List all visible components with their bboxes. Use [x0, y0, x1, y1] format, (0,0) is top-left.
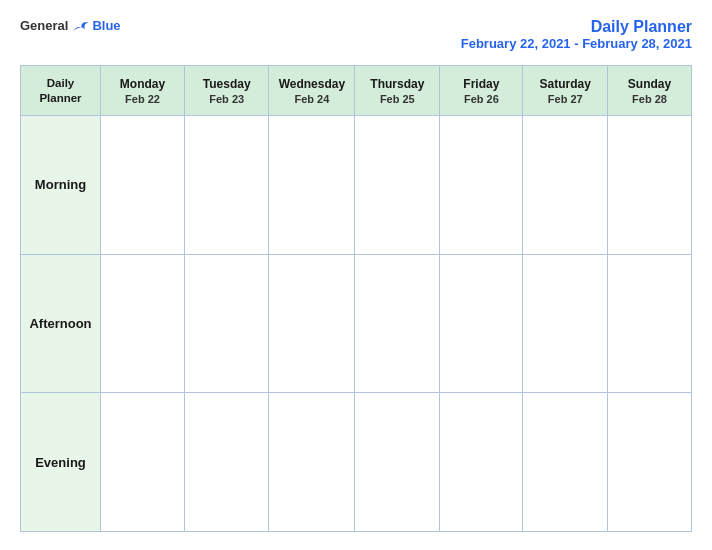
cell-morning-friday[interactable] — [440, 116, 523, 255]
title-area: Daily Planner February 22, 2021 - Februa… — [461, 18, 692, 51]
col-header-saturday: Saturday Feb 27 — [523, 66, 608, 116]
cell-afternoon-sunday[interactable] — [608, 254, 692, 393]
table-row-afternoon: Afternoon — [21, 254, 692, 393]
header-label-line2: Planner — [39, 92, 81, 104]
cell-morning-thursday[interactable] — [355, 116, 440, 255]
col-day-sunday: Sunday — [608, 77, 691, 91]
cell-morning-tuesday[interactable] — [185, 116, 269, 255]
col-day-friday: Friday — [440, 77, 522, 91]
cell-afternoon-thursday[interactable] — [355, 254, 440, 393]
col-header-friday: Friday Feb 26 — [440, 66, 523, 116]
header: General Blue Daily Planner February 22, … — [20, 18, 692, 51]
logo-general-text: General — [20, 18, 68, 33]
page-title: Daily Planner — [461, 18, 692, 36]
cell-evening-saturday[interactable] — [523, 393, 608, 532]
table-corner-header: Daily Planner — [21, 66, 101, 116]
calendar-table: Daily Planner Monday Feb 22 Tuesday Feb … — [20, 65, 692, 532]
col-header-thursday: Thursday Feb 25 — [355, 66, 440, 116]
logo-bird-icon — [72, 19, 90, 33]
cell-evening-thursday[interactable] — [355, 393, 440, 532]
row-label-afternoon: Afternoon — [21, 254, 101, 393]
col-date-thursday: Feb 25 — [355, 93, 439, 105]
date-range: February 22, 2021 - February 28, 2021 — [461, 36, 692, 51]
col-date-monday: Feb 22 — [101, 93, 184, 105]
col-date-saturday: Feb 27 — [523, 93, 607, 105]
col-day-thursday: Thursday — [355, 77, 439, 91]
col-header-sunday: Sunday Feb 28 — [608, 66, 692, 116]
logo-area: General Blue — [20, 18, 121, 33]
cell-afternoon-wednesday[interactable] — [269, 254, 355, 393]
row-label-evening: Evening — [21, 393, 101, 532]
col-header-monday: Monday Feb 22 — [101, 66, 185, 116]
cell-evening-friday[interactable] — [440, 393, 523, 532]
logo-blue-text: Blue — [92, 18, 120, 33]
page: General Blue Daily Planner February 22, … — [0, 0, 712, 550]
col-day-saturday: Saturday — [523, 77, 607, 91]
col-date-sunday: Feb 28 — [608, 93, 691, 105]
cell-morning-monday[interactable] — [101, 116, 185, 255]
table-row-morning: Morning — [21, 116, 692, 255]
col-day-monday: Monday — [101, 77, 184, 91]
logo: General Blue — [20, 18, 121, 33]
header-row: Daily Planner Monday Feb 22 Tuesday Feb … — [21, 66, 692, 116]
cell-morning-wednesday[interactable] — [269, 116, 355, 255]
cell-evening-tuesday[interactable] — [185, 393, 269, 532]
cell-afternoon-monday[interactable] — [101, 254, 185, 393]
col-day-tuesday: Tuesday — [185, 77, 268, 91]
cell-afternoon-friday[interactable] — [440, 254, 523, 393]
cell-afternoon-tuesday[interactable] — [185, 254, 269, 393]
col-date-tuesday: Feb 23 — [185, 93, 268, 105]
col-date-friday: Feb 26 — [440, 93, 522, 105]
col-header-tuesday: Tuesday Feb 23 — [185, 66, 269, 116]
row-label-morning: Morning — [21, 116, 101, 255]
col-header-wednesday: Wednesday Feb 24 — [269, 66, 355, 116]
cell-evening-wednesday[interactable] — [269, 393, 355, 532]
cell-evening-monday[interactable] — [101, 393, 185, 532]
header-label-line1: Daily — [47, 77, 75, 89]
col-date-wednesday: Feb 24 — [269, 93, 354, 105]
col-day-wednesday: Wednesday — [269, 77, 354, 91]
cell-afternoon-saturday[interactable] — [523, 254, 608, 393]
cell-evening-sunday[interactable] — [608, 393, 692, 532]
table-row-evening: Evening — [21, 393, 692, 532]
cell-morning-saturday[interactable] — [523, 116, 608, 255]
cell-morning-sunday[interactable] — [608, 116, 692, 255]
